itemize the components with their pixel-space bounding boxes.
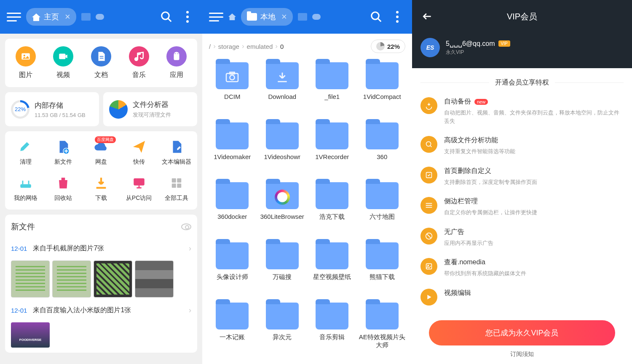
usage-badge[interactable]: 22% xyxy=(371,40,405,53)
tool-trash[interactable]: 回收站 xyxy=(45,175,83,202)
feature-title: 首页删除自定义 xyxy=(444,167,491,175)
folder-name: 六寸地图 xyxy=(370,213,395,221)
folder-item[interactable]: 异次元 xyxy=(257,303,308,361)
tab-local[interactable]: 本地 × xyxy=(241,8,293,26)
cta-button[interactable]: 您已成为永久VIP会员 xyxy=(429,320,615,345)
folder-item[interactable]: 1Videoshowr xyxy=(257,122,308,173)
home-icon[interactable] xyxy=(228,13,236,20)
tool-grid[interactable]: 全部工具 xyxy=(158,175,195,202)
search-icon[interactable] xyxy=(368,9,384,25)
cloud-icon[interactable] xyxy=(312,14,321,20)
folder-item[interactable]: 1Videomaker xyxy=(207,122,257,173)
folder-item[interactable]: 360docker xyxy=(207,182,257,232)
more-icon[interactable] xyxy=(179,9,195,25)
analyzer-card[interactable]: 文件分析器 发现可清理文件 xyxy=(103,92,197,126)
feature-item[interactable]: 自动备份new自动把图片、视频、音频、文件夹保存到云盘，释放本地空间，防止文件丢… xyxy=(420,97,624,125)
close-icon[interactable]: × xyxy=(65,11,70,22)
avatar[interactable]: ES xyxy=(420,38,440,57)
pie-icon xyxy=(376,42,385,50)
folder-item[interactable]: 万磁搜 xyxy=(257,242,308,292)
vip-badge: VIP xyxy=(498,40,510,47)
category-video[interactable]: 视频 xyxy=(53,46,73,80)
breadcrumb-part[interactable]: storage xyxy=(218,43,239,50)
svg-point-3 xyxy=(23,55,25,56)
menu-icon[interactable] xyxy=(7,10,21,24)
thumbnail[interactable] xyxy=(135,260,174,298)
feature-title: 自动备份 xyxy=(444,97,471,106)
more-icon[interactable] xyxy=(389,9,405,25)
category-image[interactable]: 图片 xyxy=(16,46,36,80)
feature-desc: 支持重复文件智能筛选等功能 xyxy=(444,147,624,156)
folder-item[interactable]: 音乐剪辑 xyxy=(307,303,357,361)
folder-item[interactable]: DCIM xyxy=(207,62,257,112)
folder-item[interactable]: 1VRecorder xyxy=(307,122,357,173)
folder-icon xyxy=(316,303,348,329)
folder-item[interactable]: AE特效视频片头大师 xyxy=(357,303,407,361)
folder-item[interactable]: 一木记账 xyxy=(207,303,257,361)
folder-item[interactable]: 六寸地图 xyxy=(357,182,407,232)
section-divider: 开通会员立享特权 xyxy=(420,78,624,87)
subscribe-link[interactable]: 订阅须知 xyxy=(420,351,624,364)
folder-icon xyxy=(366,242,399,269)
category-doc[interactable]: 文档 xyxy=(91,46,111,80)
feature-item[interactable]: 视频编辑 xyxy=(420,289,624,306)
folder-item[interactable]: 星空视频壁纸 xyxy=(307,242,357,292)
analyzer-title: 文件分析器 xyxy=(133,100,191,109)
svg-point-8 xyxy=(175,53,176,54)
folder-icon xyxy=(366,62,399,89)
thumbnail[interactable] xyxy=(11,260,50,298)
tool-brush[interactable]: 清理 xyxy=(7,139,45,166)
breadcrumb-part[interactable]: / xyxy=(209,43,211,50)
breadcrumb-part[interactable]: 0 xyxy=(280,43,284,50)
recent-file-row[interactable]: 12-01来自百度输入法小米版的图片1张› xyxy=(11,301,191,320)
close-icon[interactable]: × xyxy=(281,11,287,22)
feature-item[interactable]: 查看.nomedia帮你找到所有系统隐藏的媒体文件 xyxy=(420,258,624,278)
folder-item[interactable]: 360 xyxy=(357,122,407,173)
folder-icon xyxy=(247,13,257,21)
thumbnail[interactable] xyxy=(52,260,91,298)
recent-file-row[interactable]: 12-01来自手机截屏的图片7张› xyxy=(11,239,191,258)
folder-item[interactable]: _file1 xyxy=(307,62,357,112)
tool-editor[interactable]: 文本编辑器 xyxy=(158,139,195,166)
menu-icon[interactable] xyxy=(209,10,223,24)
folder-item[interactable]: 头像设计师 xyxy=(207,242,257,292)
visibility-icon[interactable] xyxy=(181,223,191,230)
tool-download[interactable]: 下载 xyxy=(82,175,120,202)
thumbnail[interactable] xyxy=(94,260,132,298)
category-android[interactable]: 应用 xyxy=(166,46,187,80)
folder-name: 浩克下载 xyxy=(319,213,345,221)
tool-newfile[interactable]: 新文件 xyxy=(45,139,83,166)
feature-item[interactable]: 高级文件分析功能支持重复文件智能筛选等功能 xyxy=(420,136,624,156)
tool-cloud[interactable]: 百度网盘网盘 xyxy=(82,139,120,166)
tools-grid: 清理新文件百度网盘网盘快传文本编辑器我的网络回收站下载从PC访问全部工具 xyxy=(5,131,197,210)
folder-item[interactable]: Download xyxy=(257,62,308,112)
thumbnail[interactable] xyxy=(11,322,50,348)
category-music[interactable]: 音乐 xyxy=(129,46,149,80)
category-label: 应用 xyxy=(170,71,183,80)
tool-send[interactable]: 快传 xyxy=(120,139,158,166)
tab-home[interactable]: 主页 × xyxy=(26,8,76,26)
search-icon[interactable] xyxy=(158,9,174,25)
window-icon[interactable] xyxy=(298,13,307,21)
folder-icon xyxy=(316,122,348,149)
storage-card[interactable]: 22% 内部存储 11.53 GB / 51.54 GB xyxy=(5,92,99,126)
folder-item[interactable]: 浩克下载 xyxy=(307,182,357,232)
feature-item[interactable]: 无广告应用内不再显示广告 xyxy=(420,228,624,247)
folder-name: 360 xyxy=(377,153,387,161)
window-icon[interactable] xyxy=(81,13,91,21)
category-label: 视频 xyxy=(56,71,70,80)
folder-item[interactable]: 1VidCompact xyxy=(357,62,407,112)
breadcrumb-part[interactable]: emulated xyxy=(247,43,273,50)
feature-item[interactable]: 侧边栏管理自定义你的专属侧边栏，让操作更快捷 xyxy=(420,197,624,217)
tool-pc[interactable]: 从PC访问 xyxy=(120,175,158,202)
cloud-icon[interactable] xyxy=(96,14,104,20)
breadcrumb: /›storage›emulated›022% xyxy=(202,34,412,59)
folder-item[interactable]: 熊猫下载 xyxy=(357,242,407,292)
newfile-icon xyxy=(55,139,71,155)
folder-icon xyxy=(266,182,299,209)
feature-icon xyxy=(420,197,437,214)
tool-router[interactable]: 我的网络 xyxy=(7,175,45,202)
folder-item[interactable]: 360LiteBrowser xyxy=(257,182,308,232)
feature-item[interactable]: 首页删除自定义支持删除首页，深度定制专属操作页面 xyxy=(420,167,624,186)
svg-rect-18 xyxy=(177,183,181,188)
